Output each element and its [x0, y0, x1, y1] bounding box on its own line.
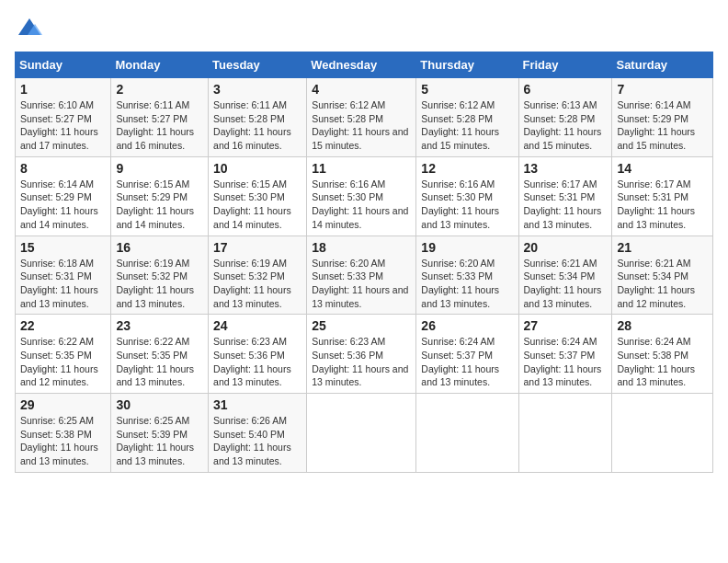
day-number: 21 [617, 240, 708, 255]
calendar-cell: 7 Sunrise: 6:14 AMSunset: 5:29 PMDayligh… [612, 78, 713, 157]
day-info: Sunrise: 6:25 AMSunset: 5:38 PMDaylight:… [20, 415, 98, 466]
calendar-cell [518, 394, 612, 473]
calendar-cell: 24 Sunrise: 6:23 AMSunset: 5:36 PMDaylig… [209, 315, 307, 394]
calendar-cell: 19 Sunrise: 6:20 AMSunset: 5:33 PMDaylig… [416, 236, 518, 315]
calendar-body: 1 Sunrise: 6:10 AMSunset: 5:27 PMDayligh… [16, 78, 713, 473]
calendar-table: SundayMondayTuesdayWednesdayThursdayFrid… [15, 52, 713, 473]
day-number: 3 [213, 82, 301, 97]
calendar-cell: 11 Sunrise: 6:16 AMSunset: 5:30 PMDaylig… [307, 156, 416, 236]
day-number: 24 [213, 318, 301, 333]
calendar-cell: 6 Sunrise: 6:13 AMSunset: 5:28 PMDayligh… [518, 78, 612, 157]
calendar-header-sunday: Sunday [16, 52, 111, 78]
day-info: Sunrise: 6:22 AMSunset: 5:35 PMDaylight:… [20, 336, 98, 387]
day-number: 13 [524, 161, 608, 176]
day-number: 26 [421, 318, 513, 333]
calendar-cell: 25 Sunrise: 6:23 AMSunset: 5:36 PMDaylig… [307, 315, 416, 394]
day-info: Sunrise: 6:12 AMSunset: 5:28 PMDaylight:… [312, 99, 408, 151]
day-number: 15 [20, 240, 106, 255]
day-info: Sunrise: 6:24 AMSunset: 5:37 PMDaylight:… [421, 336, 499, 387]
day-info: Sunrise: 6:20 AMSunset: 5:33 PMDaylight:… [421, 258, 499, 309]
day-number: 20 [524, 240, 608, 255]
day-number: 1 [20, 82, 106, 97]
calendar-cell: 23 Sunrise: 6:22 AMSunset: 5:35 PMDaylig… [111, 315, 209, 394]
day-info: Sunrise: 6:19 AMSunset: 5:32 PMDaylight:… [213, 258, 291, 309]
day-number: 17 [213, 240, 301, 255]
day-info: Sunrise: 6:23 AMSunset: 5:36 PMDaylight:… [312, 336, 408, 387]
calendar-header-monday: Monday [111, 52, 209, 78]
calendar-cell: 12 Sunrise: 6:16 AMSunset: 5:30 PMDaylig… [416, 156, 518, 236]
calendar-week-row: 22 Sunrise: 6:22 AMSunset: 5:35 PMDaylig… [16, 315, 713, 394]
calendar-cell: 5 Sunrise: 6:12 AMSunset: 5:28 PMDayligh… [416, 78, 518, 157]
day-info: Sunrise: 6:16 AMSunset: 5:30 PMDaylight:… [312, 178, 408, 230]
day-info: Sunrise: 6:24 AMSunset: 5:37 PMDaylight:… [524, 336, 602, 387]
day-info: Sunrise: 6:14 AMSunset: 5:29 PMDaylight:… [20, 178, 98, 230]
calendar-cell: 27 Sunrise: 6:24 AMSunset: 5:37 PMDaylig… [518, 315, 612, 394]
day-info: Sunrise: 6:10 AMSunset: 5:27 PMDaylight:… [20, 99, 98, 151]
calendar-cell: 3 Sunrise: 6:11 AMSunset: 5:28 PMDayligh… [209, 78, 307, 157]
calendar-cell: 1 Sunrise: 6:10 AMSunset: 5:27 PMDayligh… [16, 78, 111, 157]
calendar-cell: 4 Sunrise: 6:12 AMSunset: 5:28 PMDayligh… [307, 78, 416, 157]
calendar-cell [416, 394, 518, 473]
calendar-cell: 22 Sunrise: 6:22 AMSunset: 5:35 PMDaylig… [16, 315, 111, 394]
day-info: Sunrise: 6:12 AMSunset: 5:28 PMDaylight:… [421, 99, 499, 151]
calendar-cell: 31 Sunrise: 6:26 AMSunset: 5:40 PMDaylig… [209, 394, 307, 473]
day-number: 9 [116, 161, 203, 176]
calendar-cell: 26 Sunrise: 6:24 AMSunset: 5:37 PMDaylig… [416, 315, 518, 394]
day-info: Sunrise: 6:20 AMSunset: 5:33 PMDaylight:… [312, 258, 408, 309]
calendar-cell: 2 Sunrise: 6:11 AMSunset: 5:27 PMDayligh… [111, 78, 209, 157]
calendar-cell: 30 Sunrise: 6:25 AMSunset: 5:39 PMDaylig… [111, 394, 209, 473]
day-number: 14 [617, 161, 708, 176]
calendar-cell [612, 394, 713, 473]
day-number: 2 [116, 82, 203, 97]
day-number: 23 [116, 318, 203, 333]
day-info: Sunrise: 6:25 AMSunset: 5:39 PMDaylight:… [116, 415, 194, 466]
day-info: Sunrise: 6:15 AMSunset: 5:29 PMDaylight:… [116, 178, 194, 230]
day-info: Sunrise: 6:19 AMSunset: 5:32 PMDaylight:… [116, 258, 194, 309]
day-info: Sunrise: 6:15 AMSunset: 5:30 PMDaylight:… [213, 178, 291, 230]
day-info: Sunrise: 6:13 AMSunset: 5:28 PMDaylight:… [524, 99, 602, 151]
calendar-header-tuesday: Tuesday [209, 52, 307, 78]
day-info: Sunrise: 6:11 AMSunset: 5:28 PMDaylight:… [213, 99, 291, 151]
calendar-header-thursday: Thursday [416, 52, 518, 78]
calendar-cell: 13 Sunrise: 6:17 AMSunset: 5:31 PMDaylig… [518, 156, 612, 236]
calendar-cell: 8 Sunrise: 6:14 AMSunset: 5:29 PMDayligh… [16, 156, 111, 236]
calendar-cell: 29 Sunrise: 6:25 AMSunset: 5:38 PMDaylig… [16, 394, 111, 473]
calendar-header-wednesday: Wednesday [307, 52, 416, 78]
day-number: 25 [312, 318, 411, 333]
day-number: 27 [524, 318, 608, 333]
calendar-cell: 15 Sunrise: 6:18 AMSunset: 5:31 PMDaylig… [16, 236, 111, 315]
day-info: Sunrise: 6:26 AMSunset: 5:40 PMDaylight:… [213, 415, 291, 466]
day-number: 29 [20, 397, 106, 412]
day-info: Sunrise: 6:18 AMSunset: 5:31 PMDaylight:… [20, 258, 98, 309]
calendar-cell: 28 Sunrise: 6:24 AMSunset: 5:38 PMDaylig… [612, 315, 713, 394]
calendar-cell: 21 Sunrise: 6:21 AMSunset: 5:34 PMDaylig… [612, 236, 713, 315]
day-info: Sunrise: 6:21 AMSunset: 5:34 PMDaylight:… [617, 258, 695, 309]
calendar-cell: 20 Sunrise: 6:21 AMSunset: 5:34 PMDaylig… [518, 236, 612, 315]
day-number: 18 [312, 240, 411, 255]
calendar-cell: 9 Sunrise: 6:15 AMSunset: 5:29 PMDayligh… [111, 156, 209, 236]
calendar-header-saturday: Saturday [612, 52, 713, 78]
day-number: 6 [524, 82, 608, 97]
day-info: Sunrise: 6:17 AMSunset: 5:31 PMDaylight:… [524, 178, 602, 230]
day-info: Sunrise: 6:21 AMSunset: 5:34 PMDaylight:… [524, 258, 602, 309]
day-info: Sunrise: 6:17 AMSunset: 5:31 PMDaylight:… [617, 178, 695, 230]
day-number: 30 [116, 397, 203, 412]
calendar-header-row: SundayMondayTuesdayWednesdayThursdayFrid… [16, 52, 713, 78]
calendar-cell: 18 Sunrise: 6:20 AMSunset: 5:33 PMDaylig… [307, 236, 416, 315]
calendar-cell: 14 Sunrise: 6:17 AMSunset: 5:31 PMDaylig… [612, 156, 713, 236]
logo-icon [17, 15, 42, 40]
day-info: Sunrise: 6:22 AMSunset: 5:35 PMDaylight:… [116, 336, 194, 387]
day-number: 8 [20, 161, 106, 176]
day-number: 22 [20, 318, 106, 333]
calendar-week-row: 15 Sunrise: 6:18 AMSunset: 5:31 PMDaylig… [16, 236, 713, 315]
day-number: 5 [421, 82, 513, 97]
calendar-cell: 10 Sunrise: 6:15 AMSunset: 5:30 PMDaylig… [209, 156, 307, 236]
calendar-cell [307, 394, 416, 473]
calendar-week-row: 29 Sunrise: 6:25 AMSunset: 5:38 PMDaylig… [16, 394, 713, 473]
calendar-cell: 16 Sunrise: 6:19 AMSunset: 5:32 PMDaylig… [111, 236, 209, 315]
calendar-week-row: 1 Sunrise: 6:10 AMSunset: 5:27 PMDayligh… [16, 78, 713, 157]
day-number: 11 [312, 161, 411, 176]
day-number: 10 [213, 161, 301, 176]
day-info: Sunrise: 6:11 AMSunset: 5:27 PMDaylight:… [116, 99, 194, 151]
day-info: Sunrise: 6:24 AMSunset: 5:38 PMDaylight:… [617, 336, 695, 387]
